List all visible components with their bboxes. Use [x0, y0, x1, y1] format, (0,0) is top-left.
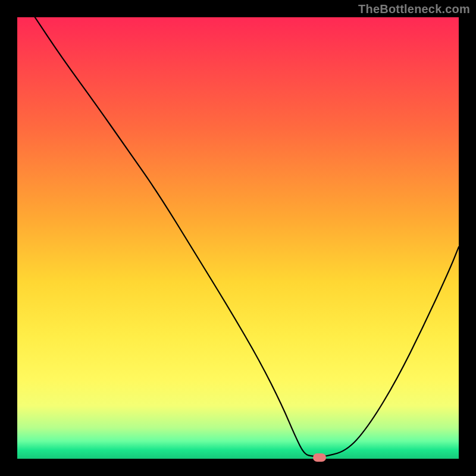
plot-area	[17, 17, 459, 459]
bottleneck-curve	[17, 17, 459, 459]
chart-stage: TheBottleneck.com	[0, 0, 476, 476]
watermark-text: TheBottleneck.com	[358, 2, 470, 16]
optimum-marker	[313, 453, 326, 462]
